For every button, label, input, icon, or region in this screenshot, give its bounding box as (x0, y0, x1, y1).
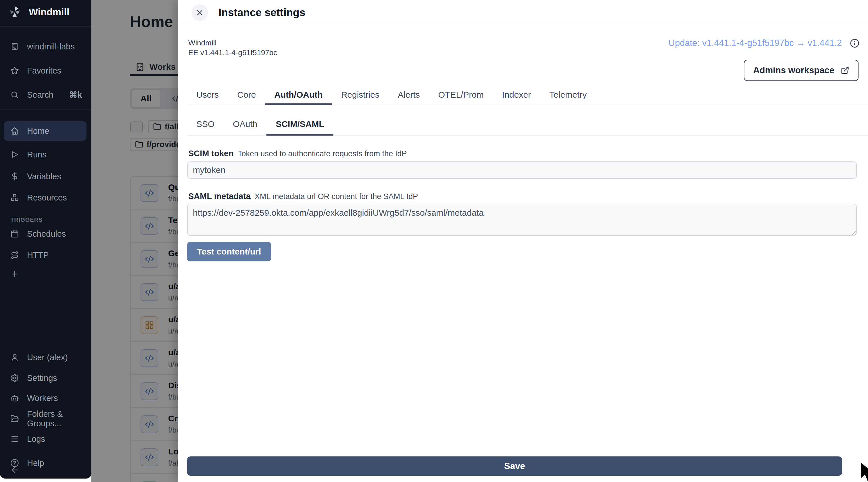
sidebar-item-settings[interactable]: Settings (0, 372, 91, 384)
sidebar-item-runs[interactable]: Runs (0, 148, 91, 161)
gear-icon (10, 374, 19, 382)
subtab-sso[interactable]: SSO (187, 119, 224, 135)
arrow-left-icon (10, 465, 20, 475)
sidebar-item-label: Home (27, 126, 49, 136)
close-icon (195, 8, 204, 17)
divider (178, 25, 868, 25)
user-icon (10, 353, 19, 362)
tab-indexer[interactable]: Indexer (493, 90, 540, 104)
sidebar-item-logs[interactable]: Logs (0, 432, 91, 445)
product-name: Windmill (188, 38, 277, 48)
folder-open-icon (10, 415, 19, 423)
play-icon (10, 150, 19, 159)
mouse-cursor (861, 462, 868, 482)
scim-token-label: SCIM token Token used to authenticate re… (188, 149, 407, 158)
sidebar-item-resources[interactable]: Resources (0, 191, 91, 204)
instance-settings-drawer: Instance settings Windmill EE v1.441.1-4… (178, 0, 868, 482)
sidebar-item-label: Schedules (27, 229, 66, 239)
saml-metadata-textarea[interactable]: https://dev-2578259.okta.com/app/exkaell… (187, 204, 857, 236)
divider (0, 26, 91, 27)
test-content-url-button[interactable]: Test content/url (187, 242, 271, 261)
close-button[interactable] (191, 4, 208, 21)
boxes-icon (10, 193, 19, 202)
list-icon (10, 435, 19, 443)
external-link-icon (841, 66, 849, 75)
scim-token-input[interactable] (187, 161, 857, 179)
windmill-logo-icon (8, 5, 21, 19)
saml-metadata-label: SAML metadata XML metadata url OR conten… (188, 192, 418, 201)
subtab-oauth[interactable]: OAuth (224, 119, 267, 135)
brand[interactable]: Windmill (8, 5, 69, 19)
calendar-icon (10, 229, 19, 238)
sidebar-item-favorites[interactable]: Favorites (0, 64, 91, 77)
plus-icon (10, 270, 19, 278)
sidebar-item-variables[interactable]: Variables (0, 170, 91, 183)
app-title: Windmill (29, 6, 69, 18)
sidebar-item-label: Favorites (27, 66, 61, 75)
tab-auth-oauth[interactable]: Auth/OAuth (265, 90, 332, 104)
tab-users[interactable]: Users (187, 90, 228, 104)
building-icon (10, 42, 19, 51)
version-string: EE v1.441.1-4-g51f5197bc (188, 48, 277, 58)
sidebar-item-label: Workers (27, 393, 58, 403)
sidebar-item-label: Folders & Groups... (27, 409, 91, 428)
sidebar-item-folders-groups[interactable]: Folders & Groups... (0, 413, 91, 425)
admins-workspace-label: Admins workspace (753, 65, 834, 75)
sidebar-item-label: Resources (27, 193, 67, 202)
auth-subtabs: SSO OAuth SCIM/SAML (187, 119, 868, 136)
sidebar: Windmill windmill-labs Favorites Search … (0, 0, 91, 479)
sidebar-item-label: User (alex) (27, 353, 68, 362)
collapse-sidebar-button[interactable] (0, 463, 91, 476)
star-icon (10, 66, 19, 75)
drawer-title: Instance settings (218, 4, 305, 21)
tab-alerts[interactable]: Alerts (389, 90, 429, 104)
sidebar-item-schedules[interactable]: Schedules (0, 227, 91, 240)
sidebar-item-label: windmill-labs (27, 42, 75, 52)
subtab-scim-saml[interactable]: SCIM/SAML (267, 119, 333, 135)
divider (0, 109, 91, 109)
search-icon (10, 91, 19, 99)
update-version-link[interactable]: Update: v1.441.1-4-g51f5197bc → v1.441.2 (669, 38, 842, 48)
tab-otel-prom[interactable]: OTEL/Prom (429, 90, 493, 104)
admins-workspace-button[interactable]: Admins workspace (744, 60, 859, 81)
sidebar-item-http[interactable]: HTTP (0, 249, 91, 261)
sidebar-item-workers[interactable]: Workers (0, 392, 91, 405)
triggers-heading: TRIGGERS (10, 217, 42, 223)
sidebar-item-label: Variables (27, 172, 61, 181)
tab-telemetry[interactable]: Telemetry (540, 90, 596, 104)
sidebar-item-workspace[interactable]: windmill-labs (0, 40, 91, 53)
route-icon (10, 251, 19, 259)
search-shortcut: ⌘k (69, 90, 82, 100)
home-icon (10, 127, 19, 135)
save-button[interactable]: Save (187, 456, 842, 476)
sidebar-item-search[interactable]: Search ⌘k (0, 89, 91, 101)
sidebar-item-user[interactable]: User (alex) (0, 351, 91, 364)
sidebar-add-trigger[interactable] (0, 268, 91, 280)
info-icon[interactable] (850, 38, 859, 48)
tab-registries[interactable]: Registries (332, 90, 389, 104)
sidebar-item-label: HTTP (27, 251, 49, 260)
sidebar-item-label: Logs (27, 434, 45, 444)
tab-core[interactable]: Core (228, 90, 265, 104)
settings-tabs: Users Core Auth/OAuth Registries Alerts … (187, 90, 868, 105)
bot-icon (10, 394, 19, 403)
sidebar-item-label: Search (27, 90, 54, 100)
instance-version: Windmill EE v1.441.1-4-g51f5197bc (188, 38, 277, 58)
dollar-icon (10, 172, 19, 181)
sidebar-item-label: Settings (27, 374, 57, 383)
sidebar-item-label: Runs (27, 150, 46, 159)
sidebar-item-home[interactable]: Home (0, 125, 91, 137)
